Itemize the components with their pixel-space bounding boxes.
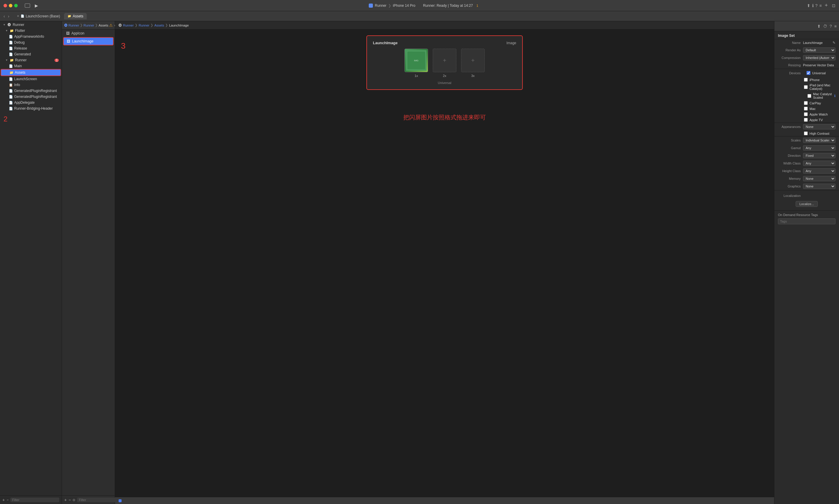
inspector-row-direction: Direction Fixed [774,152,839,159]
tab-close-icon[interactable]: ✕ [17,15,19,18]
scheme-label: iPhone 14 Pro [393,3,415,8]
inspector-section-name: Name LaunchImage ✎ Render As Default Com… [774,39,839,69]
inspector-gamut-select[interactable]: Any [803,145,836,150]
editor-breadcrumb-assets[interactable]: Assets [154,23,164,27]
sidebar-item-launchscreen-label: LaunchScreen [14,77,59,81]
device-apple-watch-row[interactable]: Apple Watch [774,111,839,117]
editor-breadcrumb-runner2[interactable]: Runner [139,23,149,27]
sidebar-item-launchscreen[interactable]: 📄 LaunchScreen [1,76,61,82]
device-mac-catalyst-row[interactable]: Mac Catalyst Scaled ℹ [774,91,839,100]
high-contrast-checkbox[interactable] [804,131,808,135]
device-universal-row[interactable]: Universal [803,70,836,76]
clock-toolbar-icon[interactable]: ⏱ [823,24,827,29]
device-ipad-row[interactable]: iPad (and Mac Catalyst) [774,83,839,91]
add-tab-button[interactable]: + [824,2,828,8]
localize-button[interactable]: Localize... [795,201,818,207]
sidebar-item-generated-label: Generated [14,52,59,56]
device-apple-tv-row[interactable]: Apple TV [774,117,839,123]
device-iphone-checkbox[interactable] [804,78,808,82]
inspector-scales-select[interactable]: Individual Scales [803,138,836,143]
maximize-button[interactable] [14,4,18,7]
remove-file-button[interactable]: − [68,498,71,502]
breadcrumb-runner[interactable]: Runner [68,23,79,27]
inspector-heightclass-label: Height Class [778,169,803,173]
slot-box-3x[interactable]: + [461,49,485,72]
share-toolbar-icon[interactable]: ⬆ [817,24,821,29]
device-appletv-label: Apple TV [809,118,823,122]
sidebar-item-runner-group[interactable]: ▼ 📁 Runner 1 [1,57,61,63]
sidebar-item-generated[interactable]: 📄 Generated [1,51,61,57]
sidebar-toggle-icon[interactable] [25,3,30,8]
inspector-resizing-label: Resizing [778,64,803,67]
file-list-filter-input[interactable] [77,498,121,502]
sidebar-item-main[interactable]: 📄 Main [1,63,61,69]
split-view-icon[interactable]: ⊡ [832,3,836,8]
editor-breadcrumb-runner-icon: 🅐 [119,23,122,27]
minimize-button[interactable] [9,4,12,7]
edit-name-icon[interactable]: ✎ [833,41,836,45]
sidebar-filter-input[interactable] [10,498,59,502]
add-item-button[interactable]: + [2,498,5,502]
sidebar-item-flutter-label: Flutter [15,29,59,33]
sidebar-item-generatedpluginregistrant2[interactable]: 📄 GeneratedPluginRegistrant [1,94,61,100]
sidebar-item-runner-root[interactable]: ▼ 🅐 Runner [1,22,61,28]
sidebar-item-generatedpluginregistrant1[interactable]: 📄 GeneratedPluginRegistrant [1,88,61,94]
help-toolbar-icon[interactable]: ? [829,24,832,29]
inspector-heightclass-select[interactable]: Any [803,168,836,174]
mac-catalyst-info-icon[interactable]: ℹ [834,94,836,98]
device-iphone-row[interactable]: iPhone [774,77,839,83]
tags-input[interactable] [778,218,836,224]
share-icon[interactable]: ⬆ [807,3,810,8]
editor-breadcrumb-runner[interactable]: Runner [123,23,134,27]
inspector-appearances-select[interactable]: None [803,124,836,129]
inspector-renderas-select[interactable]: Default [803,48,836,53]
inspector-compression-select[interactable]: Inherited (Automatic) [803,55,836,60]
add-file-button[interactable]: + [64,498,67,502]
file-item-launchimage[interactable]: 🖼 LaunchImage [63,37,114,46]
sidebar-item-debug[interactable]: 📄 Debug [1,39,61,46]
sidebar-item-info[interactable]: 📋 Info [1,82,61,88]
on-demand-title: On Demand Resource Tags [778,213,836,217]
device-mac-checkbox[interactable] [804,107,808,110]
inspector-row-name: Name LaunchImage ✎ [774,39,839,46]
tab-forward-button[interactable]: › [7,13,11,19]
sidebar-item-appframeworkinfo[interactable]: 📄 AppFrameworkInfo [1,34,61,39]
high-contrast-row[interactable]: High Contrast [774,130,839,136]
inspector-localization-label: Localization [778,194,803,197]
device-applewatch-checkbox[interactable] [804,112,808,116]
inspector-direction-select[interactable]: Fixed [803,153,836,158]
minus-icon[interactable]: − [6,498,8,502]
filter-icon: ⊙ [72,498,75,502]
sidebar-item-flutter[interactable]: ▼ 📁 Flutter [1,28,61,34]
inspector-graphics-select[interactable]: None [803,184,836,189]
close-button[interactable] [3,4,7,7]
inspector-direction-label: Direction [778,154,803,157]
device-ipad-checkbox[interactable] [804,85,808,89]
slot-image-preview: IMG [405,49,428,72]
info-icon[interactable]: ℹ [812,3,814,8]
device-carplay-checkbox[interactable] [804,101,808,105]
sidebar-item-appdelegate[interactable]: 📄 AppDelegate [1,100,61,106]
inspector-widthclass-select[interactable]: Any [803,161,836,166]
sidebar-item-release[interactable]: 📄 Release [1,46,61,51]
inspector-compression-label: Compression [778,56,803,59]
inspector-memory-select[interactable]: None [803,176,836,181]
slot-box-1x[interactable]: IMG [405,49,428,72]
file-item-appicon[interactable]: 🖼 AppIcon [63,30,114,37]
menu-icon[interactable]: ≡ [819,3,822,8]
help-icon[interactable]: ? [816,3,818,8]
play-button[interactable]: ▶ [35,3,38,8]
device-carplay-row[interactable]: CarPlay [774,100,839,106]
tab-assets[interactable]: 📁 Assets [64,13,87,19]
tab-launchscreen[interactable]: ✕ 📄 LaunchScreen (Base) [13,13,64,19]
device-mac-catalyst-checkbox[interactable] [807,94,811,98]
menu-toolbar-icon[interactable]: ≡ [834,24,837,29]
device-appletv-checkbox[interactable] [804,118,808,122]
slot-box-2x[interactable]: + [433,49,456,72]
breadcrumb-runner2[interactable]: Runner [84,23,94,27]
device-mac-row[interactable]: Mac [774,106,839,111]
sidebar-item-runner-bridging[interactable]: 📄 Runner-Bridging-Header [1,106,61,111]
tab-back-button[interactable]: ‹ [2,13,6,19]
sidebar-item-assets[interactable]: 📁 Assets [1,69,61,76]
device-universal-checkbox[interactable] [807,71,810,75]
